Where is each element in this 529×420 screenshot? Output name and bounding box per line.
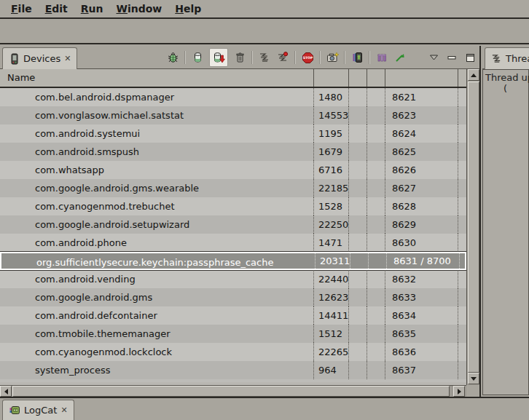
device-screen-capture-icon[interactable] bbox=[350, 51, 364, 64]
table-row[interactable]: com.vonglasow.michael.satstat145538623 bbox=[0, 106, 466, 124]
device-phone-icon bbox=[9, 53, 20, 65]
view-menu-icon[interactable] bbox=[427, 51, 440, 64]
close-icon[interactable]: ✕ bbox=[60, 406, 67, 414]
table-row[interactable]: com.bel.android.dspmanager14808621 bbox=[0, 88, 466, 106]
horizontal-scrollbar[interactable] bbox=[0, 385, 466, 397]
table-row[interactable]: com.android.phone14718630 bbox=[0, 234, 466, 252]
row-empty-cell bbox=[348, 179, 367, 197]
table-row[interactable]: system_process9648637 bbox=[0, 361, 466, 379]
heap-dump-red-arrow-icon[interactable] bbox=[209, 48, 228, 67]
menu-file[interactable]: File bbox=[4, 1, 39, 16]
debug-bug-icon[interactable] bbox=[166, 51, 179, 64]
row-empty-cell bbox=[348, 161, 367, 179]
table-row[interactable]: com.android.defcontainer144118634 bbox=[0, 306, 466, 325]
threads-tabbar: Threads bbox=[482, 46, 529, 69]
screenshot-camera-icon[interactable] bbox=[326, 51, 339, 64]
row-name: com.android.systemui bbox=[0, 124, 313, 143]
table-row[interactable]: com.google.android.gms.wearable221858627 bbox=[0, 179, 466, 197]
row-empty-cell bbox=[367, 106, 385, 124]
row-pid: 14411 bbox=[313, 306, 348, 325]
column-header-name[interactable]: Name bbox=[7, 72, 35, 83]
table-row[interactable]: com.google.android.setupwizard222508629 bbox=[0, 215, 466, 234]
row-pid: 20311 bbox=[315, 253, 350, 269]
column-divider[interactable] bbox=[367, 69, 367, 87]
row-empty-cell bbox=[367, 88, 385, 106]
horizontal-scrollbar-thumb[interactable] bbox=[12, 386, 450, 397]
minimize-icon[interactable] bbox=[445, 51, 458, 64]
devices-tabbar: Devices ✕ bbox=[0, 46, 479, 69]
toolbar-separator bbox=[369, 51, 370, 64]
row-empty-cell bbox=[458, 215, 466, 234]
close-icon[interactable]: ✕ bbox=[64, 55, 71, 63]
toolbar-separator bbox=[319, 51, 321, 64]
scroll-right-button[interactable] bbox=[453, 386, 465, 397]
row-pid: 12623 bbox=[313, 288, 348, 306]
column-divider[interactable] bbox=[348, 69, 349, 87]
update-threads-icon[interactable] bbox=[258, 51, 271, 64]
column-divider[interactable] bbox=[458, 69, 458, 87]
row-empty-cell bbox=[367, 234, 385, 252]
table-row[interactable]: com.tmobile.thememanager15128635 bbox=[0, 325, 466, 343]
row-empty-cell bbox=[350, 253, 368, 269]
threads-red-dot-icon[interactable] bbox=[276, 51, 289, 64]
logcat-bar: LogCat ✕ bbox=[0, 397, 529, 420]
table-row[interactable]: com.android.systemui11958624 bbox=[0, 124, 466, 143]
row-name: org.sufficientlysecure.keychain:passphra… bbox=[1, 253, 315, 272]
table-row[interactable]: com.whatsapp67168626 bbox=[0, 161, 466, 179]
vertical-scrollbar[interactable] bbox=[466, 69, 479, 385]
row-name: com.whatsapp bbox=[0, 161, 313, 179]
menu-bar: FileEditRunWindowHelp bbox=[0, 0, 529, 19]
table-row[interactable]: com.android.smspush16798625 bbox=[0, 143, 466, 161]
row-port: 8629 bbox=[385, 215, 458, 234]
table-row[interactable]: com.google.android.gms126238633 bbox=[0, 288, 466, 306]
row-port: 8636 bbox=[385, 343, 458, 361]
table-row[interactable]: com.android.vending224408632 bbox=[0, 270, 466, 288]
table-row[interactable]: org.sufficientlysecure.keychain:passphra… bbox=[0, 252, 466, 270]
tab-devices-label: Devices bbox=[23, 53, 60, 64]
table-row[interactable]: com.cyanogenmod.lockclock222658636 bbox=[0, 343, 466, 361]
threads-icon bbox=[491, 53, 502, 64]
scroll-up-button[interactable] bbox=[468, 69, 479, 81]
heap-cylinder-icon[interactable] bbox=[191, 51, 204, 64]
menu-window[interactable]: Window bbox=[109, 1, 168, 16]
row-pid: 1679 bbox=[313, 143, 348, 161]
tab-devices[interactable]: Devices ✕ bbox=[2, 47, 77, 69]
row-pid: 6716 bbox=[313, 161, 348, 179]
maximize-icon[interactable] bbox=[463, 51, 477, 64]
device-table-body: com.bel.android.dspmanager14808621com.vo… bbox=[0, 88, 466, 382]
threads-content: Thread up ( bbox=[482, 69, 529, 395]
column-divider[interactable] bbox=[313, 69, 314, 87]
table-row[interactable]: com.cyanogenmod.trebuchet15288628 bbox=[0, 197, 466, 215]
row-empty-cell bbox=[459, 253, 466, 269]
tab-logcat[interactable]: LogCat ✕ bbox=[2, 400, 74, 420]
tab-threads[interactable]: Threads bbox=[485, 47, 529, 69]
row-name: system_process bbox=[0, 361, 313, 379]
row-empty-cell bbox=[458, 361, 466, 379]
row-name: com.google.android.gms bbox=[0, 288, 313, 306]
row-port: 8621 bbox=[385, 88, 458, 106]
column-divider[interactable] bbox=[385, 69, 385, 87]
table-header[interactable]: Name bbox=[0, 69, 466, 88]
row-empty-cell bbox=[348, 270, 367, 288]
tab-logcat-label: LogCat bbox=[24, 405, 57, 416]
row-empty-cell bbox=[367, 270, 385, 288]
row-name: com.android.defcontainer bbox=[0, 306, 313, 325]
garbage-collect-trash-icon[interactable] bbox=[233, 51, 246, 64]
profiling-bars-icon[interactable] bbox=[375, 51, 388, 64]
vertical-scrollbar-thumb[interactable] bbox=[468, 82, 479, 373]
scroll-left-button[interactable] bbox=[0, 386, 12, 397]
menu-edit[interactable]: Edit bbox=[39, 1, 74, 16]
ddms-window: FileEditRunWindowHelp Devices ✕ bbox=[0, 0, 529, 420]
row-empty-cell bbox=[458, 124, 466, 143]
row-empty-cell bbox=[458, 106, 466, 124]
row-empty-cell bbox=[367, 197, 385, 215]
stop-process-icon[interactable]: STOP bbox=[301, 51, 314, 64]
menu-run[interactable]: Run bbox=[74, 1, 110, 16]
row-empty-cell bbox=[367, 361, 385, 379]
row-pid: 14553 bbox=[313, 106, 348, 124]
start-tracing-arrow-icon[interactable] bbox=[393, 51, 407, 64]
menu-help[interactable]: Help bbox=[168, 1, 208, 16]
row-port: 8634 bbox=[385, 306, 458, 325]
scroll-down-button[interactable] bbox=[468, 373, 479, 384]
threads-message-line2: ( bbox=[483, 83, 528, 94]
